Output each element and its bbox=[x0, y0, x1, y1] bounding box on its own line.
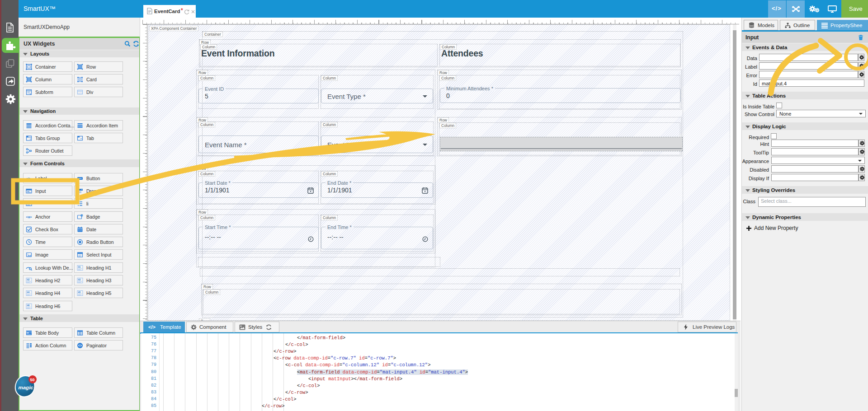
svg-text:H3: H3 bbox=[78, 279, 81, 281]
svg-text:</>: </> bbox=[78, 92, 82, 95]
svg-text:H5: H5 bbox=[78, 291, 81, 294]
svg-text:<a>: <a> bbox=[26, 215, 33, 219]
svg-text:H2: H2 bbox=[27, 279, 30, 281]
svg-text:magic: magic bbox=[19, 385, 34, 390]
svg-text:H4: H4 bbox=[27, 291, 30, 294]
svg-text:ab: ab bbox=[26, 177, 30, 181]
svg-text:H6: H6 bbox=[27, 304, 30, 307]
svg-text:10: 10 bbox=[81, 215, 83, 217]
svg-text:50: 50 bbox=[30, 378, 35, 382]
svg-text:H1: H1 bbox=[78, 266, 81, 268]
